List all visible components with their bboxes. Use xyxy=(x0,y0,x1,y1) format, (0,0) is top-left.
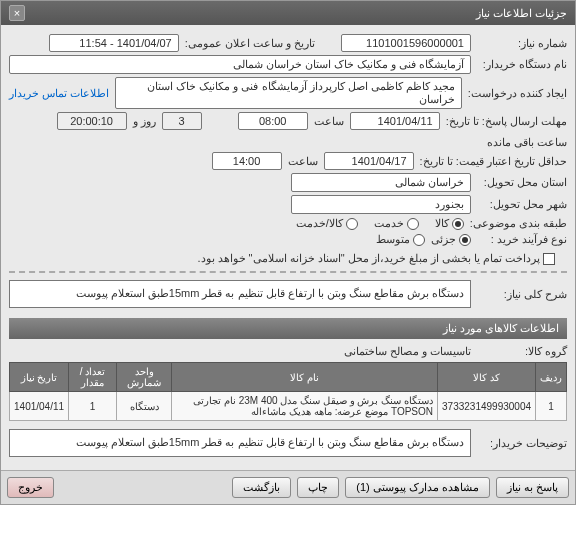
province-label: استان محل تحویل: xyxy=(477,176,567,189)
valid-label: حداقل تاریخ اعتبار قیمت: تا تاریخ: xyxy=(420,155,567,168)
requester-field: مجید کاظم کاظمی اصل کارپرداز آزمایشگاه ف… xyxy=(115,77,462,109)
td-code: 3733231499930004 xyxy=(438,392,536,421)
radio-icon xyxy=(346,218,358,230)
content-area: شماره نیاز: 1101001596000001 تاریخ و ساع… xyxy=(1,25,575,470)
buyer-org-field: آزمایشگاه فنی و مکانیک خاک استان خراسان … xyxy=(9,55,471,74)
th-idx: ردیف xyxy=(536,363,567,392)
deadline-date-field: 1401/04/11 xyxy=(350,112,440,130)
reply-button[interactable]: پاسخ به نیاز xyxy=(496,477,569,498)
province-field: خراسان شمالی xyxy=(291,173,471,192)
goods-group-value: تاسیسات و مصالح ساختمانی xyxy=(344,345,471,358)
td-date: 1401/04/11 xyxy=(10,392,69,421)
valid-time-field: 14:00 xyxy=(212,152,282,170)
ann-datetime-field: 1401/04/07 - 11:54 xyxy=(49,34,179,52)
time-left-field: 20:00:10 xyxy=(57,112,127,130)
td-idx: 1 xyxy=(536,392,567,421)
td-qty: 1 xyxy=(69,392,117,421)
buy-option-medium[interactable]: متوسط xyxy=(376,233,425,246)
goods-group-label: گروه کالا: xyxy=(477,345,567,358)
subject-option-goods[interactable]: کالا xyxy=(435,217,464,230)
buyer-notes-field: دستگاه برش مقاطع سنگ وبتن با ارتفاع قابل… xyxy=(9,429,471,457)
buy-process-label: نوع فرآیند خرید : xyxy=(477,233,567,246)
print-button[interactable]: چاپ xyxy=(297,477,339,498)
table-row[interactable]: 1 3733231499930004 دستگاه سنگ برش و صیقل… xyxy=(10,392,567,421)
days-left-field: 3 xyxy=(162,112,202,130)
subject-option-service[interactable]: خدمت xyxy=(374,217,419,230)
requester-label: ایجاد کننده درخواست: xyxy=(468,87,567,100)
goods-info-bar: اطلاعات كالاهای مورد نیاز xyxy=(9,318,567,339)
radio-icon xyxy=(413,234,425,246)
need-desc-field: دستگاه برش مقاطع سنگ وبتن با ارتفاع قابل… xyxy=(9,280,471,308)
hour-label-2: ساعت xyxy=(288,155,318,168)
subject-cat-group: کالا خدمت کالا/خدمت xyxy=(296,217,464,230)
radio-checked-icon xyxy=(459,234,471,246)
hour-label-1: ساعت xyxy=(314,115,344,128)
remaining-label: ساعت باقی مانده xyxy=(487,136,567,149)
subject-cat-label: طبقه بندی موضوعی: xyxy=(470,217,567,230)
city-field: بجنورد xyxy=(291,195,471,214)
buyer-notes-label: توضیحات خریدار: xyxy=(477,437,567,450)
checkbox-icon xyxy=(543,253,555,265)
th-name: نام کالا xyxy=(172,363,438,392)
contact-info-link[interactable]: اطلاعات تماس خریدار xyxy=(9,87,109,100)
treasury-checkbox[interactable]: پرداخت تمام یا بخشی از مبلغ خرید،از محل … xyxy=(197,252,555,265)
close-icon[interactable]: × xyxy=(9,5,25,21)
valid-date-field: 1401/04/17 xyxy=(324,152,414,170)
attachments-button[interactable]: مشاهده مدارک پیوستی (1) xyxy=(345,477,490,498)
need-no-field: 1101001596000001 xyxy=(341,34,471,52)
th-date: تاریخ نیاز xyxy=(10,363,69,392)
td-name: دستگاه سنگ برش و صیقل سنگ مدل 400 23M نا… xyxy=(172,392,438,421)
th-unit: واحد شمارش xyxy=(117,363,172,392)
days-and-label: روز و xyxy=(133,115,156,128)
radio-checked-icon xyxy=(452,218,464,230)
subject-option-both[interactable]: کالا/خدمت xyxy=(296,217,358,230)
deadline-label: مهلت ارسال پاسخ: تا تاریخ: xyxy=(446,115,567,128)
divider xyxy=(9,271,567,273)
ann-datetime-label: تاریخ و ساعت اعلان عمومی: xyxy=(185,37,315,50)
deadline-time-field: 08:00 xyxy=(238,112,308,130)
radio-icon xyxy=(407,218,419,230)
td-unit: دستگاه xyxy=(117,392,172,421)
buy-option-minor[interactable]: جزئی xyxy=(431,233,471,246)
window-title: جزئیات اطلاعات نیاز xyxy=(476,7,567,20)
back-button[interactable]: بازگشت xyxy=(232,477,291,498)
need-no-label: شماره نیاز: xyxy=(477,37,567,50)
buyer-org-label: نام دستگاه خریدار: xyxy=(477,58,567,71)
exit-button[interactable]: خروج xyxy=(7,477,54,498)
city-label: شهر محل تحویل: xyxy=(477,198,567,211)
goods-table: ردیف کد کالا نام کالا واحد شمارش تعداد /… xyxy=(9,362,567,421)
th-qty: تعداد / مقدار xyxy=(69,363,117,392)
th-code: کد کالا xyxy=(438,363,536,392)
window: جزئیات اطلاعات نیاز × شماره نیاز: 110100… xyxy=(0,0,576,505)
titlebar: جزئیات اطلاعات نیاز × xyxy=(1,1,575,25)
need-desc-label: شرح کلی نیاز: xyxy=(477,288,567,301)
footer-toolbar: پاسخ به نیاز مشاهده مدارک پیوستی (1) چاپ… xyxy=(1,470,575,504)
